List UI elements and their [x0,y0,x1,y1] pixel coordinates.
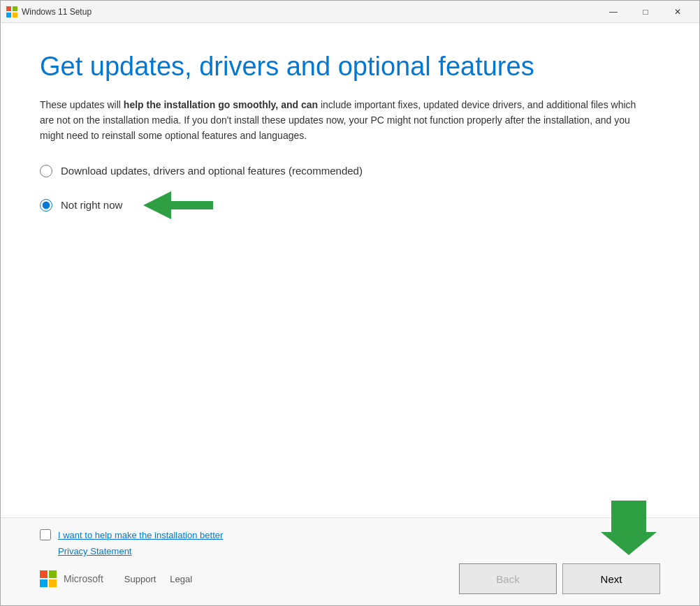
microsoft-logo [40,570,57,587]
radio-download-input[interactable] [40,165,52,177]
svg-rect-1 [13,6,17,11]
window-title: Windows 11 Setup [22,7,597,17]
svg-rect-2 [6,13,11,17]
radio-not-now-row: Not right now [40,189,660,222]
close-button[interactable]: ✕ [662,1,694,23]
footer: I want to help make the installation bet… [1,517,699,605]
setup-window: Windows 11 Setup — □ ✕ Get updates, driv… [0,0,700,606]
radio-group: Download updates, drivers and optional f… [40,165,660,222]
footer-top: I want to help make the installation bet… [40,529,660,540]
svg-rect-3 [13,13,17,17]
improve-label[interactable]: I want to help make the installation bet… [58,530,223,540]
radio-download-label: Download updates, drivers and optional f… [61,165,363,177]
microsoft-text: Microsoft [64,573,103,584]
radio-download[interactable]: Download updates, drivers and optional f… [40,165,660,177]
radio-not-now[interactable]: Not right now [40,199,122,212]
improve-checkbox[interactable] [40,529,51,540]
app-icon [6,6,17,17]
footer-bottom: Microsoft Support Legal Back Next [40,563,660,594]
footer-links: Support Legal [124,574,192,584]
nav-buttons: Back Next [459,563,660,594]
minimize-button[interactable]: — [597,1,629,23]
main-content: Get updates, drivers and optional featur… [1,23,699,517]
microsoft-branding: Microsoft Support Legal [40,570,192,587]
title-bar: Windows 11 Setup — □ ✕ [1,1,699,23]
green-arrow-left-icon [136,189,220,222]
next-button[interactable]: Next [562,563,660,594]
privacy-link[interactable]: Privacy Statement [58,546,132,556]
legal-link[interactable]: Legal [170,574,192,584]
page-title: Get updates, drivers and optional featur… [40,51,660,83]
support-link[interactable]: Support [124,574,156,584]
maximize-button[interactable]: □ [629,1,662,23]
svg-marker-4 [143,191,213,219]
svg-rect-0 [6,6,11,11]
window-controls: — □ ✕ [597,1,694,23]
radio-not-now-input[interactable] [40,199,52,212]
page-description: These updates will help the installation… [40,97,641,144]
back-button[interactable]: Back [459,563,557,594]
radio-not-now-label: Not right now [61,199,122,211]
improve-checkbox-item[interactable]: I want to help make the installation bet… [40,529,223,540]
